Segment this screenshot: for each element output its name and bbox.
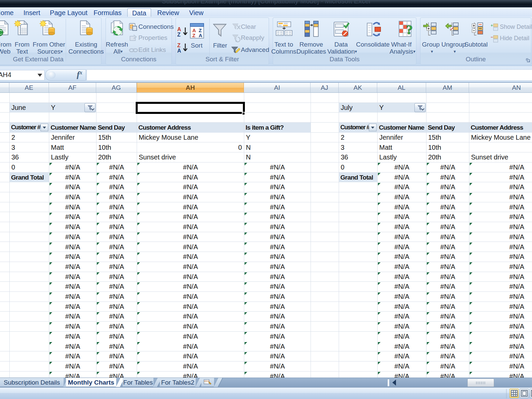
svg-text:Z: Z	[177, 32, 181, 38]
svg-text:A: A	[177, 26, 181, 32]
svg-text:A: A	[177, 48, 181, 54]
svg-text:?: ?	[406, 22, 413, 37]
svg-text:Z: Z	[192, 32, 195, 38]
svg-text:A: A	[199, 32, 202, 38]
svg-text:Z: Z	[177, 43, 181, 48]
